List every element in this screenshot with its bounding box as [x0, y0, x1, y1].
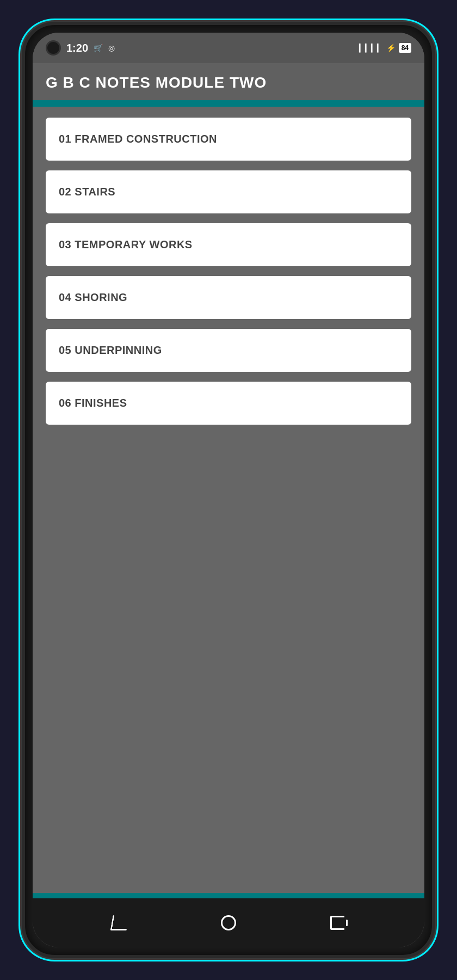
- cart-icon: 🛒: [94, 44, 103, 52]
- charging-icon: ⚡: [386, 44, 396, 52]
- status-icons-right: ▎▎▎▎ ⚡ 84: [359, 43, 411, 53]
- home-icon: [221, 915, 236, 930]
- nav-home-button[interactable]: [219, 913, 238, 933]
- target-icon: ◎: [108, 44, 115, 52]
- recent-icon: [330, 916, 344, 930]
- menu-item-01-label: 01 FRAMED CONSTRUCTION: [59, 133, 217, 145]
- menu-item-02[interactable]: 02 STAIRS: [46, 170, 411, 213]
- nav-back-button[interactable]: [110, 913, 129, 933]
- menu-item-06-label: 06 FINISHES: [59, 397, 127, 409]
- menu-item-02-label: 02 STAIRS: [59, 186, 115, 198]
- screen: 1:20 🛒 ◎ ▎▎▎▎ ⚡ 84 G B C NOTES MODULE TW…: [33, 33, 424, 947]
- menu-item-04[interactable]: 04 SHORING: [46, 276, 411, 319]
- status-time: 1:20: [66, 42, 88, 54]
- menu-item-01[interactable]: 01 FRAMED CONSTRUCTION: [46, 118, 411, 161]
- menu-item-05[interactable]: 05 UNDERPINNING: [46, 329, 411, 372]
- app-header: G B C NOTES MODULE TWO: [33, 63, 424, 100]
- phone-frame: 1:20 🛒 ◎ ▎▎▎▎ ⚡ 84 G B C NOTES MODULE TW…: [22, 22, 435, 958]
- back-icon: [110, 915, 129, 930]
- menu-item-04-label: 04 SHORING: [59, 291, 127, 304]
- content-area: 01 FRAMED CONSTRUCTION 02 STAIRS 03 TEMP…: [33, 107, 424, 893]
- battery-badge: 84: [399, 43, 411, 53]
- app-title: G B C NOTES MODULE TWO: [46, 74, 411, 91]
- camera-icon: [46, 40, 61, 56]
- signal-icon: ▎▎▎▎: [359, 44, 383, 52]
- nav-recent-button[interactable]: [328, 913, 347, 933]
- nav-bar: [33, 898, 424, 947]
- accent-bar-bottom: [33, 893, 424, 898]
- menu-item-05-label: 05 UNDERPINNING: [59, 344, 162, 357]
- status-bar: 1:20 🛒 ◎ ▎▎▎▎ ⚡ 84: [33, 33, 424, 63]
- menu-item-03[interactable]: 03 TEMPORARY WORKS: [46, 223, 411, 266]
- menu-item-03-label: 03 TEMPORARY WORKS: [59, 238, 193, 251]
- status-left: 1:20 🛒 ◎: [46, 40, 115, 56]
- menu-item-06[interactable]: 06 FINISHES: [46, 382, 411, 425]
- accent-bar-top: [33, 100, 424, 107]
